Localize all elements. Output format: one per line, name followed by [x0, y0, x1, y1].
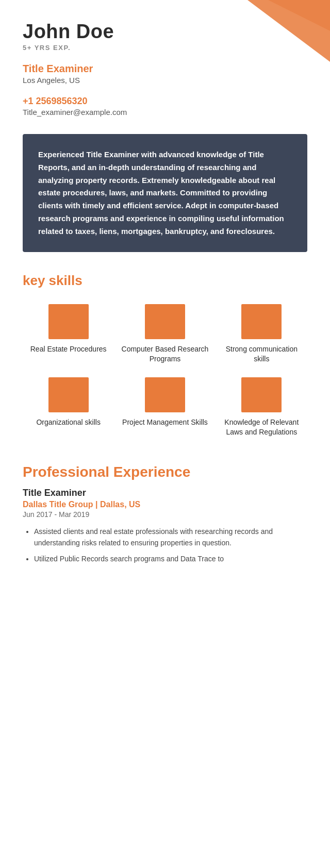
- skill-label-5: Knowledge of Relevant Laws and Regulatio…: [218, 418, 305, 437]
- experience-tag: 5+ YRS EXP.: [23, 44, 307, 52]
- skill-label-4: Project Management Skills: [122, 418, 208, 427]
- exp-dates: Jun 2017 - Mar 2019: [23, 510, 307, 519]
- summary-box: Experienced Title Examiner with advanced…: [23, 134, 307, 252]
- skill-item-2: Strong communication skills: [216, 300, 307, 368]
- skill-icon-1: [145, 304, 185, 339]
- exp-job-title: Title Examiner: [23, 488, 307, 498]
- skills-section-title: key skills: [23, 273, 307, 289]
- skill-item-5: Knowledge of Relevant Laws and Regulatio…: [216, 373, 307, 441]
- exp-bullets-list: Assisted clients and real estate profess…: [23, 526, 307, 564]
- skill-icon-5: [241, 377, 282, 412]
- exp-bullet-1: Utilized Public Records search programs …: [34, 553, 307, 564]
- skill-label-2: Strong communication skills: [218, 344, 305, 364]
- summary-text: Experienced Title Examiner with advanced…: [38, 148, 292, 238]
- skill-icon-0: [48, 304, 89, 339]
- skill-item-0: Real Estate Procedures: [23, 300, 114, 368]
- skill-item-4: Project Management Skills: [119, 373, 210, 441]
- location: Los Angeles, US: [23, 76, 307, 85]
- skills-grid: Real Estate Procedures Computer Based Re…: [23, 300, 307, 441]
- experience-section-title: Professional Experience: [23, 464, 307, 480]
- exp-bullet-0: Assisted clients and real estate profess…: [34, 526, 307, 549]
- job-title: Title Examiner: [23, 63, 307, 75]
- skill-item-1: Computer Based Research Programs: [119, 300, 210, 368]
- skill-label-3: Organizational skills: [36, 418, 101, 427]
- exp-company: Dallas Title Group | Dallas, US: [23, 500, 307, 509]
- skill-item-3: Organizational skills: [23, 373, 114, 441]
- skill-icon-3: [48, 377, 89, 412]
- skill-icon-2: [241, 304, 282, 339]
- skill-label-0: Real Estate Procedures: [30, 344, 107, 354]
- skill-icon-4: [145, 377, 185, 412]
- skill-label-1: Computer Based Research Programs: [121, 344, 208, 364]
- email: Title_examiner@example.com: [23, 108, 307, 116]
- candidate-name: John Doe: [23, 21, 307, 43]
- phone: +1 2569856320: [23, 96, 307, 107]
